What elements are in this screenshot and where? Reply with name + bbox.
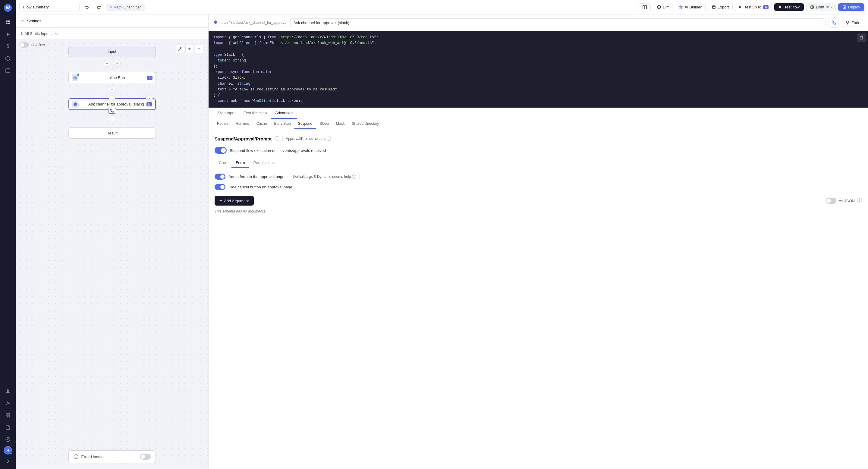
left-panel: Settings $ All Static Inputs d — [16, 14, 209, 469]
sidebar-item-variables[interactable]: $ — [2, 41, 13, 52]
form-tab-form[interactable]: Form — [231, 158, 249, 168]
sidebar-expand-icon[interactable] — [2, 456, 13, 467]
sidebar-item-integrations[interactable] — [2, 410, 13, 421]
sidebar-item-audit[interactable] — [2, 434, 13, 445]
as-json-label: As JSON — [839, 199, 855, 203]
sub-tab-early-stop[interactable]: Early Stop — [270, 119, 294, 129]
sidebar-item-runs[interactable] — [2, 29, 13, 40]
form-tab-permissions[interactable]: Permissions — [249, 158, 279, 168]
draft-button[interactable]: Draft ⌘S — [806, 3, 836, 11]
ai-builder-button[interactable]: AI Builder — [675, 3, 705, 11]
tab-test-step[interactable]: Test this step — [240, 107, 271, 119]
diff-button[interactable]: Diff — [653, 3, 673, 11]
test-flow-label: Test flow — [784, 5, 800, 9]
deploy-button[interactable]: Deploy — [838, 3, 864, 11]
redo-button[interactable] — [94, 2, 104, 12]
step-name-input[interactable] — [290, 19, 826, 27]
fork-button[interactable]: Fork — [842, 19, 863, 27]
suspend-toggle[interactable] — [215, 147, 227, 154]
inline-bun-badge: a — [147, 76, 152, 80]
path-icon: ✎ — [110, 5, 113, 9]
sub-tab-runtime[interactable]: Runtime — [232, 119, 253, 129]
add-step-button-3[interactable]: + — [109, 116, 116, 122]
sidebar: W $ — [0, 0, 16, 469]
add-above-button[interactable]: + — [109, 96, 116, 102]
code-area: import { getResumeUrls } from "https://d… — [209, 31, 868, 107]
svg-rect-21 — [712, 6, 715, 8]
hide-cancel-toggle[interactable] — [215, 184, 225, 190]
sub-tab-retries[interactable]: Retries — [213, 119, 232, 129]
undo-button[interactable] — [82, 2, 92, 12]
test-up-to-button[interactable]: Test up to b — [735, 3, 772, 11]
svg-point-8 — [7, 389, 9, 391]
helpers-button[interactable]: Approval/Prompt helpers i — [282, 135, 334, 142]
error-handler-toggle-wrapper[interactable] — [140, 454, 151, 460]
sub-tab-sleep[interactable]: Sleep — [316, 119, 333, 129]
section-heading: Suspend/Approval/Prompt i Approval/Promp… — [215, 135, 862, 142]
avatar[interactable]: H — [4, 446, 12, 455]
code-line-3 — [213, 46, 863, 52]
layout-toggle-button[interactable] — [639, 3, 651, 11]
sidebar-item-users[interactable] — [2, 386, 13, 397]
ask-channel-node[interactable]: + ✕ Ask channel for approval (slack) b 📞 — [68, 98, 156, 110]
test-flow-button[interactable]: Test flow — [774, 3, 804, 11]
inline-bun-node[interactable]: TS Inline Bun a — [68, 72, 156, 83]
svg-line-45 — [848, 23, 849, 24]
close-node-button[interactable]: ✕ — [146, 96, 153, 102]
path-badge[interactable]: ✎ Path u/henri/ben — [106, 4, 145, 11]
result-node[interactable]: Result — [68, 127, 156, 139]
sub-tab-mock[interactable]: Mock — [333, 119, 348, 129]
sub-tab-cache[interactable]: Cache — [253, 119, 271, 129]
add-step-button-2[interactable]: + — [109, 86, 116, 93]
zoom-out-button[interactable]: − — [195, 44, 204, 53]
sidebar-item-resources[interactable] — [2, 53, 13, 64]
suspend-toggle-label: Suspend flow execution until events/appr… — [230, 148, 326, 153]
path-label: Path — [114, 5, 122, 9]
code-line-7: export async function main( — [213, 69, 863, 75]
svg-marker-25 — [779, 6, 782, 8]
sub-tab-suspend[interactable]: Suspend — [294, 119, 316, 129]
sidebar-item-flows[interactable] — [2, 17, 13, 28]
add-form-toggle[interactable] — [215, 174, 225, 180]
ask-channel-icon — [72, 101, 79, 107]
dynamic-help-icon[interactable]: i — [352, 175, 356, 179]
right-top: hub/2439/slack/ask_channel_for_approval — [209, 14, 868, 31]
copy-code-button[interactable] — [857, 33, 866, 42]
fork-label: Fork — [851, 21, 859, 25]
sidebar-item-files[interactable] — [2, 422, 13, 433]
magic-wand-button[interactable] — [176, 44, 184, 53]
static-inputs-bar[interactable]: $ All Static Inputs — [16, 28, 208, 40]
tab-advanced[interactable]: Advanced — [271, 107, 297, 119]
flow-canvas: dataflow + − — [16, 40, 208, 469]
zoom-in-button[interactable]: + — [185, 44, 194, 53]
dataflow-toggle-label[interactable]: dataflow — [19, 42, 45, 48]
code-line-6: }; — [213, 64, 863, 69]
add-argument-button[interactable]: + Add Argument — [215, 196, 254, 206]
svg-rect-46 — [860, 36, 863, 39]
result-node-label: Result — [106, 131, 118, 135]
export-button[interactable]: Export — [708, 3, 733, 11]
branch-button-1[interactable]: ⚡ — [114, 60, 121, 67]
sidebar-item-schedule[interactable] — [2, 65, 13, 76]
main-container: ✎ Path u/henri/ben Diff — [16, 0, 868, 469]
dataflow-toggle[interactable] — [19, 42, 29, 48]
dynamic-help-button[interactable]: Default args & Dynamic enums help i — [290, 173, 360, 180]
sidebar-item-settings[interactable] — [2, 398, 13, 409]
sub-tab-shared-dir[interactable]: Shared Directory — [348, 119, 383, 129]
flow-title-input[interactable] — [19, 3, 80, 11]
tab-step-input[interactable]: Step Input — [213, 107, 240, 119]
as-json-info-icon[interactable]: i — [857, 198, 862, 203]
as-json-toggle[interactable] — [826, 198, 836, 204]
error-handler-label: Error Handler — [82, 455, 105, 459]
add-step-button-1[interactable]: + — [104, 60, 110, 67]
code-line-8: slack: Slack, — [213, 75, 863, 81]
form-tab-core[interactable]: Core — [215, 158, 231, 168]
input-node[interactable]: Input — [68, 46, 156, 57]
phone-button[interactable] — [829, 18, 839, 28]
draft-label: Draft — [816, 5, 824, 9]
code-line-5: token: string; — [213, 58, 863, 64]
helpers-info-icon[interactable]: i — [327, 136, 331, 141]
section-info-icon[interactable]: i — [275, 136, 279, 141]
error-handler-toggle[interactable] — [140, 454, 151, 460]
add-argument-row: + Add Argument As JSON i — [215, 196, 862, 206]
